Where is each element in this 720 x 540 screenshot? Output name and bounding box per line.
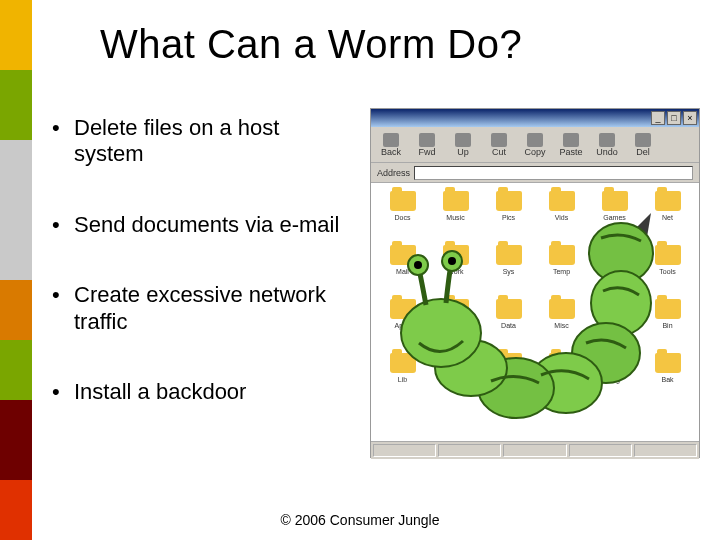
- folder-icon: Docs: [377, 191, 428, 241]
- toolbar-icon: Cut: [485, 133, 513, 157]
- folder-icon: Lib: [377, 353, 428, 403]
- folder-icon: Misc: [536, 299, 587, 349]
- window-statusbar: [371, 441, 699, 459]
- worm-illustration: _ □ × BackFwdUpCutCopyPasteUndoDel Addre…: [370, 108, 700, 458]
- sidebar-seg: [0, 140, 32, 280]
- toolbar-icon: Paste: [557, 133, 585, 157]
- folder-icon: Web: [483, 353, 534, 403]
- folder-icon: DB: [536, 353, 587, 403]
- bullet-item: Delete files on a host system: [52, 115, 342, 168]
- status-segment: [634, 444, 697, 457]
- bullet-ul: Delete files on a host system Send docum…: [52, 115, 342, 405]
- copyright-footer: © 2006 Consumer Jungle: [0, 512, 720, 528]
- toolbar-icon: Back: [377, 133, 405, 157]
- folder-icon: Tools: [642, 245, 693, 295]
- toolbar-icon: Fwd: [413, 133, 441, 157]
- status-segment: [438, 444, 501, 457]
- window-toolbar: BackFwdUpCutCopyPasteUndoDel: [371, 127, 699, 163]
- sidebar-seg: [0, 280, 32, 340]
- sidebar-seg: [0, 340, 32, 400]
- folder-icon: Games: [589, 191, 640, 241]
- status-segment: [373, 444, 436, 457]
- folder-icon: Sys: [483, 245, 534, 295]
- folder-icon: Down: [589, 245, 640, 295]
- window-titlebar: _ □ ×: [371, 109, 699, 127]
- toolbar-icon: Undo: [593, 133, 621, 157]
- accent-sidebar: [0, 0, 32, 540]
- folder-icon: Music: [430, 191, 481, 241]
- folder-icon: Work: [430, 245, 481, 295]
- status-segment: [503, 444, 566, 457]
- folder-icon: Bak: [642, 353, 693, 403]
- status-segment: [569, 444, 632, 457]
- folder-icon: Vids: [536, 191, 587, 241]
- toolbar-icon: Del: [629, 133, 657, 157]
- folder-icon: Pics: [483, 191, 534, 241]
- sidebar-seg: [0, 480, 32, 540]
- folder-pane: DocsMusicPicsVidsGamesNetMailWorkSysTemp…: [371, 183, 699, 441]
- folder-grid: DocsMusicPicsVidsGamesNetMailWorkSysTemp…: [371, 183, 699, 411]
- close-icon: ×: [683, 111, 697, 125]
- bullet-item: Create excessive network traffic: [52, 282, 342, 335]
- maximize-icon: □: [667, 111, 681, 125]
- folder-icon: Net: [642, 191, 693, 241]
- folder-icon: Mail: [377, 245, 428, 295]
- sidebar-seg: [0, 0, 32, 70]
- folder-icon: Apps: [377, 299, 428, 349]
- folder-icon: Logs: [430, 299, 481, 349]
- folder-icon: Bin: [642, 299, 693, 349]
- sidebar-seg: [0, 70, 32, 140]
- folder-icon: Temp: [536, 245, 587, 295]
- folder-icon: Src: [430, 353, 481, 403]
- folder-icon: Data: [483, 299, 534, 349]
- bullet-item: Install a backdoor: [52, 379, 342, 405]
- bullet-item: Send documents via e-mail: [52, 212, 342, 238]
- address-label: Address: [377, 168, 410, 178]
- minimize-icon: _: [651, 111, 665, 125]
- slide-title: What Can a Worm Do?: [100, 22, 522, 67]
- address-field: [414, 166, 693, 180]
- sidebar-seg: [0, 400, 32, 480]
- window-address-bar: Address: [371, 163, 699, 183]
- toolbar-icon: Up: [449, 133, 477, 157]
- bullet-list: Delete files on a host system Send docum…: [52, 115, 342, 449]
- folder-icon: Old: [589, 299, 640, 349]
- toolbar-icon: Copy: [521, 133, 549, 157]
- folder-icon: Cfg: [589, 353, 640, 403]
